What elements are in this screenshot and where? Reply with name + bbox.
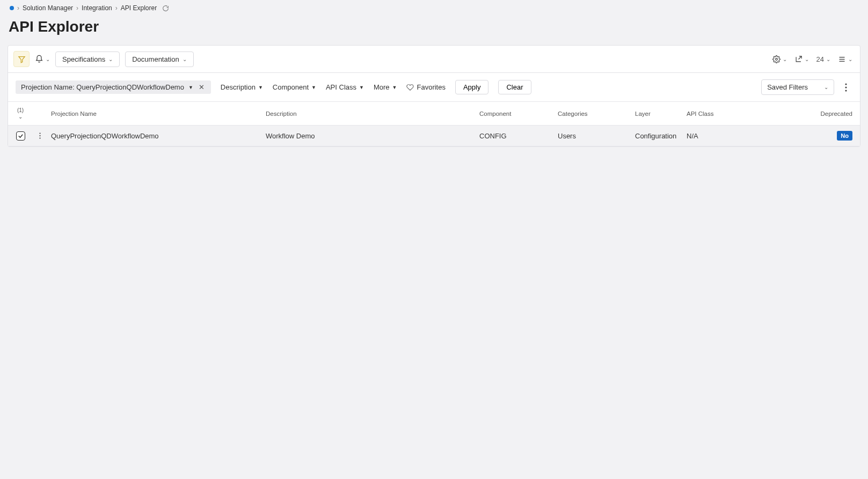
caret-down-icon: ▼ [359, 85, 364, 90]
filter-label: Favorites [417, 83, 445, 91]
breadcrumb-item[interactable]: API Explorer [121, 4, 157, 12]
caret-down-icon: ▼ [258, 85, 263, 90]
settings-dropdown[interactable]: ⌄ [772, 55, 787, 63]
filter-chip[interactable]: Projection Name: QueryProjectionQDWorkfl… [16, 80, 211, 94]
filter-label: Component [273, 83, 309, 91]
documentation-dropdown[interactable]: Documentation ⌄ [125, 51, 193, 67]
cell-name: QueryProjectionQDWorkflowDemo [47, 127, 261, 145]
svg-point-6 [845, 86, 847, 88]
filter-description[interactable]: Description ▼ [221, 83, 263, 91]
col-header-name[interactable]: Projection Name [47, 105, 261, 122]
checkbox-icon[interactable] [16, 131, 25, 141]
saved-filters-label: Saved Filters [767, 83, 808, 91]
export-dropdown[interactable]: ⌄ [794, 55, 809, 63]
refresh-icon[interactable] [162, 5, 169, 12]
filter-chip-label: Projection Name: QueryProjectionQDWorkfl… [21, 83, 184, 91]
col-header-categories[interactable]: Categories [553, 105, 631, 122]
close-icon[interactable]: ✕ [198, 83, 206, 91]
cell-categories: Users [553, 127, 631, 145]
row-count: (1) [17, 107, 24, 113]
specifications-label: Specifications [62, 55, 105, 63]
col-header-layer[interactable]: Layer [631, 105, 682, 122]
deprecated-badge: No [837, 131, 852, 141]
heart-icon [406, 84, 414, 91]
table-row[interactable]: QueryProjectionQDWorkflowDemo Workflow D… [8, 126, 860, 146]
specifications-dropdown[interactable]: Specifications ⌄ [55, 51, 120, 67]
svg-marker-0 [18, 56, 24, 62]
col-header-component[interactable]: Component [475, 105, 553, 122]
results-table: (1) ⌄ Projection Name Description Compon… [8, 101, 860, 146]
breadcrumb: › Solution Manager › Integration › API E… [8, 0, 860, 15]
caret-down-icon: ▼ [188, 85, 193, 90]
chevron-down-icon: ⌄ [46, 56, 50, 62]
chevron-down-icon: ⌄ [848, 56, 852, 62]
cell-component: CONFIG [475, 127, 553, 145]
svg-point-10 [39, 137, 40, 138]
more-actions-button[interactable] [840, 83, 852, 92]
breadcrumb-item[interactable]: Integration [82, 4, 112, 12]
breadcrumb-item[interactable]: Solution Manager [23, 4, 73, 12]
chevron-right-icon: › [115, 4, 118, 12]
row-menu-button[interactable] [33, 127, 47, 145]
toolbar: ⌄ Specifications ⌄ Documentation ⌄ ⌄ [8, 46, 860, 73]
svg-point-8 [39, 132, 40, 134]
filter-bar: Projection Name: QueryProjectionQDWorkfl… [8, 73, 860, 101]
chevron-down-icon: ⌄ [826, 56, 830, 62]
chevron-down-icon: ⌄ [824, 84, 828, 90]
filter-more[interactable]: More ▼ [374, 83, 397, 91]
filter-component[interactable]: Component ▼ [273, 83, 316, 91]
cell-deprecated: No [758, 126, 860, 146]
saved-filters-dropdown[interactable]: Saved Filters ⌄ [761, 79, 834, 95]
chevron-down-icon: ⌄ [783, 56, 787, 62]
main-panel: ⌄ Specifications ⌄ Documentation ⌄ ⌄ [8, 45, 860, 147]
chevron-right-icon: › [76, 4, 78, 12]
caret-down-icon: ▼ [392, 85, 397, 90]
filter-label: API Class [326, 83, 356, 91]
documentation-label: Documentation [132, 55, 179, 63]
col-header-description[interactable]: Description [261, 105, 475, 122]
cell-layer: Configuration [631, 127, 682, 145]
row-select[interactable] [8, 126, 33, 146]
apply-button[interactable]: Apply [455, 80, 489, 94]
cell-description: Workflow Demo [261, 127, 475, 145]
chevron-right-icon: › [17, 4, 19, 12]
filter-label: Description [221, 83, 256, 91]
col-header-api-class[interactable]: API Class [682, 105, 758, 122]
row-menu-header [33, 108, 47, 119]
page-size-value: 24 [816, 55, 824, 63]
page-size-dropdown[interactable]: 24 ⌄ [816, 55, 830, 63]
chevron-down-icon: ⌄ [108, 56, 113, 62]
chevron-down-icon: ⌄ [18, 114, 23, 120]
svg-point-7 [845, 90, 847, 91]
chevron-down-icon: ⌄ [183, 56, 187, 62]
filter-label: More [374, 83, 390, 91]
cell-api-class: N/A [682, 127, 758, 145]
notifications-button[interactable]: ⌄ [35, 55, 50, 63]
col-header-deprecated[interactable]: Deprecated [758, 105, 860, 122]
filter-api-class[interactable]: API Class ▼ [326, 83, 364, 91]
page-title: API Explorer [8, 15, 860, 45]
caret-down-icon: ▼ [311, 85, 316, 90]
filter-favorites[interactable]: Favorites [406, 83, 445, 91]
table-header-row: (1) ⌄ Projection Name Description Compon… [8, 101, 860, 126]
filter-toggle-button[interactable] [13, 51, 30, 67]
svg-point-9 [39, 135, 40, 136]
list-view-dropdown[interactable]: ⌄ [838, 55, 852, 63]
svg-point-5 [845, 83, 847, 85]
clear-button[interactable]: Clear [498, 80, 531, 94]
breadcrumb-dot-icon [10, 6, 14, 10]
chevron-down-icon: ⌄ [805, 56, 809, 62]
svg-point-1 [775, 58, 777, 60]
row-count-header[interactable]: (1) ⌄ [8, 102, 33, 125]
